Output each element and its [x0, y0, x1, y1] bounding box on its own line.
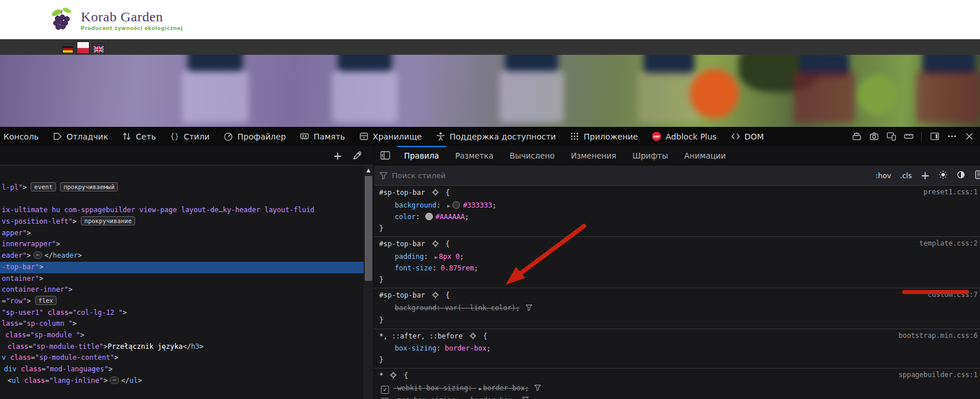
stylesheet-link[interactable]: template.css:2 [919, 239, 978, 247]
markup-scrollbar[interactable]: ▲ [364, 165, 373, 399]
markup-badge[interactable]: прокручивание [81, 216, 135, 225]
css-declaration[interactable]: font-size: 0.875rem; [374, 263, 980, 274]
scrollbar-thumb[interactable] [365, 176, 372, 281]
css-declaration[interactable]: background: var(--link-color); [374, 303, 980, 315]
markup-line[interactable]: v class="sp-module-content"> [0, 352, 364, 364]
devtools-tab-debugger[interactable]: Отладчик [46, 127, 115, 146]
dock-side-icon[interactable] [927, 129, 942, 144]
sidebar-tab-Вычислено[interactable]: Вычислено [502, 146, 563, 165]
markup-badge[interactable]: прокручиваемый [60, 182, 118, 191]
sidebar-tab-Изменения[interactable]: Изменения [563, 146, 624, 165]
stylesheet-link[interactable]: preset1.css:1 [923, 188, 978, 196]
stylesheet-link[interactable]: sppagebuilder.css:1 [899, 371, 978, 379]
flag-de[interactable] [63, 44, 73, 55]
expand-arrow-icon[interactable]: ▶ [435, 252, 437, 264]
rule-selector-line[interactable]: *, ::after, ::before { [374, 331, 980, 344]
devtools-tab-storage[interactable]: Хранилище [352, 127, 429, 146]
markup-badge[interactable]: flex [35, 296, 57, 305]
print-media-icon[interactable] [974, 170, 980, 181]
highlight-target-icon[interactable] [432, 189, 439, 200]
cls-toggle[interactable]: .cls [900, 171, 912, 180]
filter-override-icon[interactable] [534, 384, 541, 396]
rule-selector-line[interactable]: #sp-top-bar { [374, 239, 980, 251]
css-declaration[interactable]: ✓-webkit-box-sizing: ▶border-box; [374, 383, 980, 396]
rule-selector-line[interactable]: #sp-top-bar { [374, 290, 980, 303]
expand-arrow-icon[interactable]: ▶ [447, 201, 450, 212]
markup-line[interactable]: innerwrapper"> [0, 239, 364, 250]
markup-line[interactable]: <ul class="lang-inline">⋯</ul> [0, 375, 364, 387]
sidebar-tab-Анимации[interactable]: Анимации [676, 146, 734, 165]
devtools-tab-console[interactable]: Консоль [0, 127, 46, 146]
code-token: class [24, 377, 45, 385]
light-scheme-icon[interactable] [938, 170, 948, 181]
devtools-tab-dom[interactable]: DOM [724, 127, 771, 146]
hov-toggle[interactable]: :hov [876, 171, 891, 180]
markup-line[interactable]: "sp-user1" class="col-lg-12 "> [0, 307, 364, 319]
styles-search-input[interactable]: Поиск стилей [392, 171, 446, 180]
markup-line[interactable]: eader">⋯</header> [0, 250, 364, 262]
add-node-button[interactable]: + [330, 148, 345, 163]
markup-line[interactable] [0, 194, 364, 205]
sidebar-collapse-icon[interactable] [374, 146, 396, 165]
markup-line[interactable]: ontainer"> [0, 273, 364, 285]
rules-toolbar-right: :hov .cls + [876, 170, 980, 181]
css-declaration[interactable]: background: ▶#333333; [374, 200, 980, 212]
highlight-target-icon[interactable] [390, 371, 397, 383]
markup-line[interactable]: class="sp-module "> [0, 330, 364, 341]
color-swatch[interactable] [425, 213, 433, 220]
filter-override-icon[interactable] [522, 396, 529, 399]
markup-line[interactable]: vs-position-left">прокручивание [0, 216, 364, 228]
inline-expander[interactable]: ⋯ [33, 251, 42, 259]
markup-line[interactable]: apper"> [0, 228, 364, 239]
markup-line[interactable]: div class="mod-languages"> [0, 364, 364, 375]
rule-selector-line[interactable]: #sp-top-bar { [374, 187, 980, 200]
color-swatch[interactable] [452, 201, 460, 209]
expand-arrow-icon[interactable]: ▶ [479, 383, 482, 395]
responsive-mode-icon[interactable] [884, 129, 899, 144]
more-icon[interactable] [944, 129, 959, 144]
expand-arrow-icon[interactable]: ▶ [466, 396, 469, 399]
css-declaration[interactable]: padding: ▶8px 0; [374, 251, 980, 264]
devtools-tab-network[interactable]: Сеть [115, 127, 163, 146]
devtools-tab-accessibility[interactable]: Поддержка доступности [429, 127, 563, 146]
markup-line[interactable]: lass="sp-column "> [0, 318, 364, 330]
highlight-target-icon[interactable] [432, 291, 439, 303]
site-logo[interactable]: Korab Garden Producent żywności ekologic… [50, 6, 183, 35]
devtools-tab-styles[interactable]: {}Стили [163, 127, 216, 146]
scrollbar-up-arrow[interactable]: ▲ [364, 165, 373, 175]
flag-en[interactable] [93, 44, 104, 55]
filter-override-icon[interactable] [525, 304, 533, 315]
ruler-icon[interactable] [901, 129, 916, 144]
highlight-target-icon[interactable] [469, 332, 477, 344]
sidebar-tab-Шрифты[interactable]: Шрифты [624, 146, 676, 165]
devtools-tab-apps[interactable]: Приложение [563, 127, 645, 146]
inline-expander[interactable]: ⋯ [110, 377, 118, 384]
stylesheet-link[interactable]: custom.css:7 [927, 291, 978, 299]
sidebar-tab-Разметка[interactable]: Разметка [447, 146, 502, 165]
dark-scheme-icon[interactable] [956, 170, 966, 181]
highlight-target-icon[interactable] [432, 240, 439, 251]
markup-line[interactable]: -top-bar"> [0, 262, 364, 273]
markup-line[interactable]: ix-ultimate hu com-sppagebuilder view-pa… [0, 205, 364, 216]
flag-pl[interactable] [77, 42, 89, 55]
stylesheet-link[interactable]: bootstrap.min.css:6 [899, 332, 978, 340]
markup-line[interactable]: container-inner"> [0, 284, 364, 296]
css-declaration[interactable]: ✓-moz-box-sizing: ▶border-box; [374, 395, 980, 399]
rule-selector-line[interactable]: * { [374, 370, 980, 383]
add-rule-button[interactable]: + [921, 170, 930, 181]
devtools-tab-memory[interactable]: Память [293, 127, 352, 146]
markup-line[interactable]: ="row">flex [0, 296, 364, 307]
frame-picker-icon[interactable] [849, 129, 864, 144]
markup-line[interactable]: l-pl">eventпрокручиваемый [0, 182, 364, 194]
declaration-checkbox[interactable]: ✓ [381, 386, 389, 394]
eyedropper-icon[interactable] [350, 148, 365, 163]
css-declaration[interactable]: box-sizing: border-box; [374, 343, 980, 355]
screenshot-icon[interactable] [866, 129, 881, 144]
devtools-tab-abp[interactable]: ABPAdblock Plus [645, 127, 723, 146]
css-declaration[interactable]: color: #AAAAAA; [374, 212, 980, 223]
markup-line[interactable]: class="sp-module-title">Przełącznik języ… [0, 341, 364, 353]
devtools-tab-profiler[interactable]: Профайлер [216, 127, 293, 146]
markup-badge[interactable]: event [31, 182, 56, 191]
sidebar-tab-Правила[interactable]: Правила [396, 146, 447, 165]
close-icon[interactable] [962, 129, 977, 144]
